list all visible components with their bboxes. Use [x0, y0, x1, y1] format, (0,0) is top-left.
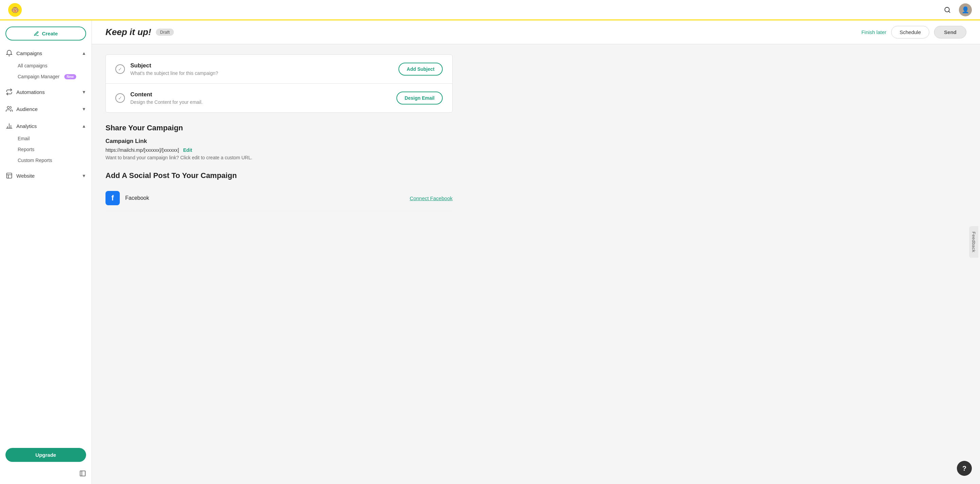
- subject-check-icon: ✓: [115, 64, 125, 74]
- search-button[interactable]: [941, 4, 953, 16]
- automations-icon: [5, 88, 13, 96]
- page-header-left: Keep it up! Draft: [105, 27, 174, 37]
- feedback-label: Feedback: [971, 231, 976, 252]
- sidebar-item-reports[interactable]: Reports: [0, 144, 92, 155]
- topbar-right: 👤: [941, 3, 972, 16]
- schedule-button[interactable]: Schedule: [891, 26, 930, 38]
- sidebar-item-automations[interactable]: Automations ▼: [0, 85, 92, 99]
- user-avatar[interactable]: 👤: [959, 3, 972, 16]
- nav-section-automations: Automations ▼: [0, 83, 92, 100]
- facebook-icon: f: [105, 191, 120, 205]
- audience-icon: [5, 105, 13, 113]
- automations-chevron: ▼: [82, 89, 86, 95]
- subject-title: Subject: [130, 62, 393, 69]
- nav-section-analytics: Analytics ▲ Email Reports Custom Reports: [0, 118, 92, 167]
- design-email-button[interactable]: Design Email: [396, 92, 443, 105]
- campaign-card-subject: ✓ Subject What's the subject line for th…: [105, 54, 453, 113]
- sidebar-toggle-area: [0, 467, 92, 484]
- svg-text:👤: 👤: [962, 6, 969, 14]
- sidebar-item-website[interactable]: Website ▼: [0, 169, 92, 183]
- sidebar-item-analytics[interactable]: Analytics ▲: [0, 119, 92, 133]
- page-header: Keep it up! Draft Finish later Schedule …: [92, 21, 980, 44]
- create-button-label: Create: [42, 31, 58, 37]
- website-icon: [5, 172, 13, 179]
- share-section-title: Share Your Campaign: [105, 124, 453, 132]
- sidebar-item-email-analytics[interactable]: Email: [0, 133, 92, 144]
- facebook-social-item: f Facebook Connect Facebook: [105, 186, 453, 211]
- svg-line-3: [949, 11, 950, 12]
- sidebar-bottom: Upgrade: [0, 443, 92, 467]
- draft-badge: Draft: [156, 29, 173, 36]
- upgrade-button[interactable]: Upgrade: [5, 448, 86, 462]
- website-chevron: ▼: [82, 173, 86, 178]
- sidebar-item-campaigns[interactable]: Campaigns ▲: [0, 46, 92, 60]
- nav-section-website: Website ▼: [0, 167, 92, 184]
- svg-rect-11: [7, 173, 12, 178]
- page-title: Keep it up!: [105, 27, 151, 37]
- campaign-manager-label: Campaign Manager: [18, 74, 60, 79]
- svg-rect-14: [80, 471, 86, 476]
- website-label: Website: [16, 173, 35, 179]
- campaign-manager-badge: New: [64, 74, 76, 79]
- subject-description: What's the subject line for this campaig…: [130, 70, 393, 76]
- content-title: Content: [130, 91, 391, 98]
- edit-link-button[interactable]: Edit: [183, 147, 192, 153]
- campaign-link-url: https://mailchi.mp/[xxxxxx]/[xxxxxx]: [105, 147, 179, 153]
- content-description: Design the Content for your email.: [130, 99, 391, 105]
- feedback-tab[interactable]: Feedback: [969, 226, 978, 258]
- content-row: ✓ Content Design the Content for your em…: [106, 83, 452, 112]
- send-button[interactable]: Send: [934, 26, 966, 38]
- nav-section-audience: Audience ▼: [0, 100, 92, 118]
- nav-section-campaigns: Campaigns ▲ All campaigns Campaign Manag…: [0, 45, 92, 83]
- campaign-link-subtitle: Campaign Link: [105, 138, 453, 145]
- create-button[interactable]: Create: [5, 27, 86, 40]
- main-content: Keep it up! Draft Finish later Schedule …: [92, 21, 980, 484]
- subject-row: ✓ Subject What's the subject line for th…: [106, 55, 452, 83]
- layout: Create Campaigns ▲ All campaigns Campaig…: [0, 21, 980, 484]
- sidebar-item-campaign-manager[interactable]: Campaign Manager New: [0, 71, 92, 82]
- content-check-icon: ✓: [115, 93, 125, 103]
- analytics-icon: [5, 122, 13, 130]
- sidebar: Create Campaigns ▲ All campaigns Campaig…: [0, 21, 92, 484]
- create-button-wrap: Create: [0, 21, 92, 45]
- analytics-chevron: ▲: [82, 124, 86, 129]
- connect-facebook-button[interactable]: Connect Facebook: [410, 195, 453, 201]
- mailchimp-logo[interactable]: 🐵: [8, 3, 22, 17]
- custom-reports-label: Custom Reports: [18, 158, 52, 163]
- social-post-section: Add A Social Post To Your Campaign f Fac…: [105, 171, 453, 211]
- social-post-title: Add A Social Post To Your Campaign: [105, 171, 453, 180]
- campaigns-chevron: ▲: [82, 51, 86, 56]
- sidebar-toggle-button[interactable]: [79, 470, 86, 479]
- topbar-left: 🐵: [8, 3, 22, 17]
- sidebar-item-audience[interactable]: Audience ▼: [0, 102, 92, 116]
- all-campaigns-label: All campaigns: [18, 63, 47, 68]
- audience-label: Audience: [16, 106, 38, 112]
- sidebar-item-all-campaigns[interactable]: All campaigns: [0, 60, 92, 71]
- svg-point-6: [7, 107, 10, 109]
- content-area: ✓ Subject What's the subject line for th…: [92, 44, 466, 221]
- sidebar-item-custom-reports[interactable]: Custom Reports: [0, 155, 92, 166]
- topbar: 🐵 👤: [0, 0, 980, 21]
- campaigns-icon: [5, 49, 13, 57]
- page-header-right: Finish later Schedule Send: [861, 26, 966, 38]
- svg-text:🐵: 🐵: [11, 6, 19, 14]
- campaign-link-row: https://mailchi.mp/[xxxxxx]/[xxxxxx] Edi…: [105, 147, 453, 153]
- content-text: Content Design the Content for your emai…: [130, 91, 391, 105]
- automations-label: Automations: [16, 89, 45, 95]
- facebook-name: Facebook: [125, 195, 149, 201]
- analytics-label: Analytics: [16, 123, 37, 129]
- add-subject-button[interactable]: Add Subject: [398, 63, 443, 76]
- reports-label: Reports: [18, 147, 34, 152]
- campaign-link-description: Want to brand your campaign link? Click …: [105, 155, 453, 160]
- campaigns-label: Campaigns: [16, 50, 42, 56]
- finish-later-button[interactable]: Finish later: [861, 29, 886, 35]
- help-button[interactable]: ?: [957, 461, 972, 476]
- email-analytics-label: Email: [18, 136, 30, 141]
- audience-chevron: ▼: [82, 107, 86, 111]
- subject-text: Subject What's the subject line for this…: [130, 62, 393, 76]
